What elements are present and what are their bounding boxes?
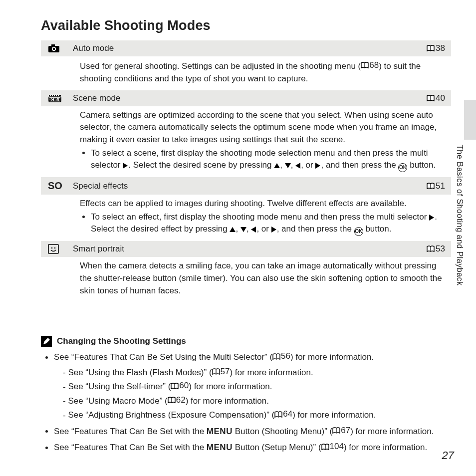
menu-label: MENU [207, 427, 233, 436]
page-number: 27 [442, 449, 454, 462]
book-icon [332, 427, 340, 434]
note-subitem: See “Adjusting Brightness (Exposure Comp… [63, 408, 451, 422]
section-label: The Basics of Shooting and Playback [455, 145, 464, 286]
note-item: See “Features That Can Be Set Using the … [54, 350, 451, 422]
note-subitem: See “Using the Self-timer” (60) for more… [63, 379, 451, 394]
svg-point-15 [54, 247, 56, 249]
mode-description: Effects can be applied to images during … [41, 195, 451, 240]
page-title: Available Shooting Modes [41, 18, 451, 33]
svg-point-14 [51, 247, 53, 249]
book-icon [427, 245, 435, 252]
book-icon [427, 183, 435, 190]
mode-special-effects: SO Special effects 51 Effects can be app… [41, 177, 451, 240]
svg-rect-13 [48, 244, 58, 253]
svg-rect-12 [58, 95, 59, 96]
left-arrow-icon [295, 163, 301, 169]
note-item: See “Features That Can Be Set with the M… [54, 424, 451, 439]
mode-description: Used for general shooting. Settings can … [41, 56, 451, 89]
right-arrow-icon [271, 227, 277, 233]
right-arrow-icon [429, 215, 435, 221]
camera-icon [48, 44, 73, 53]
note-subitem: See “Using the Flash (Flash Modes)” (57)… [63, 365, 451, 380]
note-item: See “Features That Can Be Set with the M… [54, 440, 451, 455]
right-arrow-icon [123, 163, 128, 169]
svg-rect-2 [51, 44, 55, 46]
left-arrow-icon [251, 227, 256, 233]
up-arrow-icon [274, 163, 280, 169]
page-ref: 51 [427, 181, 445, 191]
svg-point-4 [53, 48, 55, 50]
book-icon [168, 397, 176, 404]
scene-icon: SCENE [48, 94, 73, 103]
so-icon: SO [48, 180, 73, 192]
menu-label: MENU [207, 443, 233, 453]
svg-rect-10 [54, 95, 55, 96]
book-icon [272, 353, 280, 360]
svg-rect-9 [52, 95, 53, 96]
svg-text:SCENE: SCENE [49, 98, 61, 101]
page-ref: 38 [427, 43, 445, 53]
note-heading: Changing the Shooting Settings [41, 336, 451, 347]
svg-rect-11 [56, 95, 57, 96]
side-tab [464, 100, 476, 140]
mode-auto: Auto mode 38 Used for general shooting. … [41, 40, 451, 89]
mode-name: Auto mode [73, 43, 427, 53]
up-arrow-icon [230, 227, 236, 233]
mode-description: When the camera detects a smiling face, … [41, 257, 451, 301]
down-arrow-icon [285, 163, 291, 169]
page-ref: 40 [427, 93, 445, 103]
book-icon [427, 95, 435, 102]
note-section: Changing the Shooting Settings See “Feat… [41, 336, 451, 455]
right-arrow-icon [315, 163, 321, 169]
ok-button-icon: OK [354, 227, 363, 236]
mode-name: Smart portrait [73, 244, 427, 254]
pencil-icon [41, 336, 52, 347]
mode-name: Scene mode [73, 93, 427, 103]
note-subitem: See “Using Macro Mode” (62) for more inf… [63, 394, 451, 408]
mode-name: Special effects [73, 181, 427, 191]
page-ref: 53 [427, 244, 445, 254]
book-icon [274, 411, 282, 418]
book-icon [171, 383, 179, 390]
ok-button-icon: OK [398, 163, 407, 172]
book-icon [321, 444, 329, 451]
book-icon [427, 45, 435, 52]
book-icon [361, 62, 369, 69]
svg-rect-8 [50, 95, 51, 96]
mode-smart-portrait: Smart portrait 53 When the camera detect… [41, 241, 451, 301]
mode-description: Camera settings are optimized according … [41, 106, 451, 177]
down-arrow-icon [240, 227, 246, 233]
book-icon [212, 368, 220, 375]
smile-portrait-icon [48, 244, 73, 254]
mode-scene: SCENE Scene mode 40 Camera settings are … [41, 90, 451, 177]
